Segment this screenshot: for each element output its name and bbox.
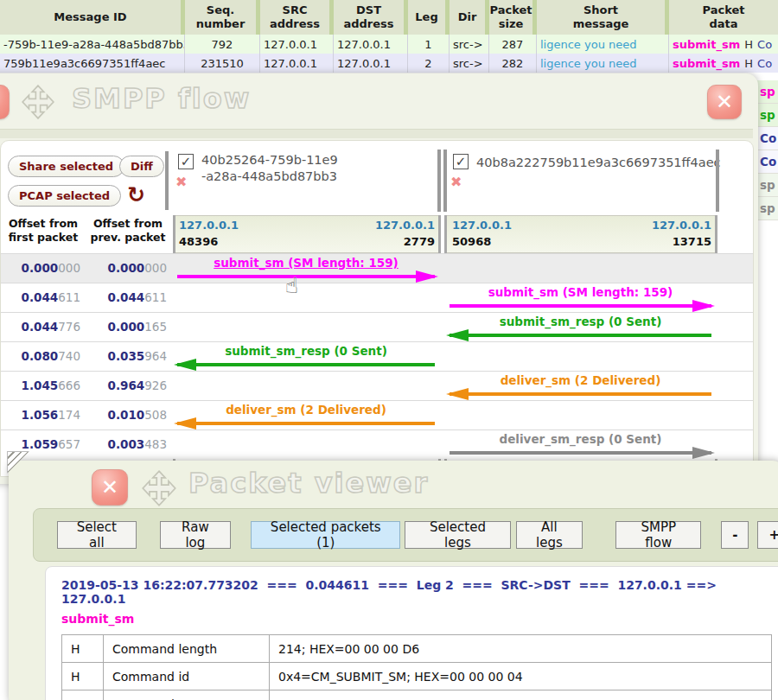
table-row[interactable]: -759b-11e9-a28a-448a5bd87bb3792127.0.0.1… [0, 35, 778, 54]
offset-gray: 657 [58, 437, 80, 451]
packet-data-text: Co [757, 38, 772, 51]
leg2-dst-port: 13715 [673, 235, 711, 248]
leg2-id: 40b8a222759b11e9a3c6697351ff4aec [476, 155, 727, 171]
flow-arrow-shaft [177, 275, 435, 278]
flow-arrow-label[interactable]: deliver_sm (2 Delivered) [175, 403, 437, 417]
toolbar-button-all-legs[interactable]: All legs [516, 521, 584, 549]
refresh-icon[interactable]: ↻ [127, 184, 145, 206]
dir-cell: src-> [450, 35, 489, 54]
offset-dark: 1.056 [22, 408, 59, 422]
leg-cell: 1 [408, 35, 450, 54]
packet-detail-panel: 2019-05-13 16:22:07.773202 === 0.044611 … [45, 566, 778, 700]
offset-gray: 740 [58, 349, 80, 363]
close-icon[interactable]: ✕ [92, 469, 128, 506]
flow-arrow[interactable]: submit_sm (SM length: 159) [448, 283, 713, 313]
flow-rows: 0.0000000.000000submit_sm (SM length: 15… [1, 253, 753, 476]
toolbar-button-[interactable]: - [721, 521, 749, 549]
divider [716, 150, 719, 212]
detail-row[interactable]: HCommand length214; HEX=00 00 00 D6 [62, 635, 772, 663]
window-title: Packet viewer [188, 467, 429, 500]
offset-dark: 0.000 [108, 261, 145, 275]
leg1-dst-ip: 127.0.0.1 [375, 219, 435, 232]
flow-arrow-label[interactable]: submit_sm (SM length: 159) [448, 285, 713, 299]
close-icon[interactable]: ✕ [0, 85, 10, 119]
leg2-delete-icon[interactable]: ✖ [450, 174, 462, 190]
offset-prev-header: Offset from prev. packet [86, 217, 169, 245]
offset-first-value: 1.059657 [3, 437, 80, 451]
move-icon[interactable] [140, 469, 178, 507]
toolbar-button-raw-log[interactable]: Raw log [160, 521, 232, 549]
toolbar-button-selected-legs[interactable]: Selected legs [405, 521, 510, 549]
leg1-delete-icon[interactable]: ✖ [175, 174, 187, 190]
offset-first-header: Offset from first packet [3, 217, 84, 245]
packet-viewer-window: ✕ Packet viewer Select allRaw logSelecte… [9, 461, 778, 700]
smpp-flow-content: Share selected Diff PCAP selected ↻ ✓ 40… [0, 140, 754, 477]
packet-header-line: 2019-05-13 16:22:07.773202 === 0.044611 … [61, 578, 772, 606]
flow-arrow-label[interactable]: deliver_sm_resp (0 Sent) [448, 432, 713, 446]
leg2-checkbox[interactable]: ✓ [453, 154, 469, 169]
pcap-selected-button[interactable]: PCAP selected [8, 185, 121, 207]
offset-prev-value: 0.964926 [86, 379, 167, 392]
flow-arrow-label[interactable]: deliver_sm (2 Delivered) [448, 373, 713, 387]
message-id-cell: 759b11e9a3c6697351ff4aec [0, 54, 185, 73]
pdu-link[interactable]: submit_sm [673, 57, 740, 70]
offset-dark: 0.003 [108, 437, 145, 451]
flow-arrow-label[interactable]: submit_sm (SM length: 159) [175, 256, 437, 270]
pdu-link[interactable]: submit_sm [673, 38, 740, 51]
flow-arrow-shaft [450, 304, 711, 308]
offset-first-value: 1.045666 [3, 379, 80, 392]
detail-field-cell: Command length [104, 635, 270, 663]
column-header: Packet data [669, 0, 778, 35]
diff-button[interactable]: Diff [119, 156, 164, 177]
detail-row[interactable]: HCommand id0x4=CM_SUBMIT_SM; HEX=00 00 0… [62, 663, 772, 690]
flow-arrow[interactable]: deliver_sm (2 Delivered) [175, 401, 437, 430]
offset-gray: 611 [58, 290, 80, 304]
toolbar-button-select-all[interactable]: Select all [57, 521, 137, 549]
offset-gray: 483 [144, 437, 167, 451]
move-icon[interactable] [20, 84, 56, 120]
offset-first-value: 0.000000 [3, 261, 80, 275]
offset-prev-value: 0.003483 [86, 437, 167, 451]
toolbar-button-selected-packets-1[interactable]: Selected packets (1) [251, 521, 400, 549]
detail-value-cell: 0=ESME_ROK; HEX=00 00 00 00 [270, 690, 772, 700]
leg1-id: 40b25264-759b-11e9-a28a-448a5bd87bb3 [201, 152, 435, 185]
offset-gray: 165 [144, 320, 167, 334]
short-message-cell: ligence you need [537, 35, 669, 54]
flow-arrowhead [416, 270, 438, 283]
offset-prev-value: 0.010508 [86, 408, 167, 422]
flow-arrow-shaft [177, 363, 435, 366]
close-icon[interactable]: ✕ [707, 85, 742, 119]
offset-dark: 1.045 [22, 379, 59, 392]
leg1-checkbox[interactable]: ✓ [178, 154, 194, 169]
leg1-dst-port: 2779 [404, 235, 435, 248]
flow-arrow-label[interactable]: submit_sm_resp (0 Sent) [448, 315, 713, 328]
offset-dark: 1.059 [22, 437, 59, 451]
flow-arrow[interactable]: deliver_sm (2 Delivered) [448, 372, 713, 401]
packet-viewer-toolbar: Select allRaw logSelected packets (1)Sel… [33, 508, 778, 562]
message-table: Message IDSeq. numberSRC addressDST addr… [0, 0, 778, 73]
flow-arrow[interactable]: submit_sm (SM length: 159) [175, 254, 437, 283]
detail-row[interactable]: HCommand status0=ESME_ROK; HEX=00 00 00 … [62, 690, 772, 700]
toolbar-button-smpp-flow[interactable]: SMPP flow [615, 521, 701, 549]
offset-gray: 174 [58, 408, 80, 422]
table-row[interactable]: 759b11e9a3c6697351ff4aec231510127.0.0.11… [0, 54, 778, 73]
detail-value-cell: 0x4=CM_SUBMIT_SM; HEX=00 00 00 04 [270, 663, 772, 690]
offset-prev-value: 0.000165 [86, 320, 167, 334]
column-header: SRC address [260, 0, 334, 35]
offset-dark: 0.080 [22, 349, 59, 363]
flow-arrow-label[interactable]: submit_sm_resp (0 Sent) [175, 344, 437, 358]
detail-field-cell: Command status [104, 690, 270, 700]
detail-section-cell: H [62, 635, 104, 663]
flow-rows-body: 0.0000000.000000submit_sm (SM length: 15… [1, 253, 753, 459]
offset-first-value: 0.044776 [3, 320, 80, 334]
flow-row: 1.0561740.010508deliver_sm (2 Delivered) [1, 400, 753, 430]
leg2-header: 127.0.0.1 127.0.0.1 50968 13715 [446, 215, 717, 253]
flow-arrow[interactable]: submit_sm_resp (0 Sent) [448, 313, 713, 342]
detail-field-cell: Command id [104, 663, 270, 690]
offset-prev-value: 0.000000 [86, 261, 167, 275]
flow-arrow[interactable]: deliver_sm_resp (0 Sent) [448, 430, 713, 460]
dir-cell: src-> [450, 54, 489, 73]
share-selected-button[interactable]: Share selected [8, 156, 124, 177]
flow-arrow[interactable]: submit_sm_resp (0 Sent) [175, 342, 437, 372]
toolbar-button-[interactable]: + [757, 521, 778, 549]
